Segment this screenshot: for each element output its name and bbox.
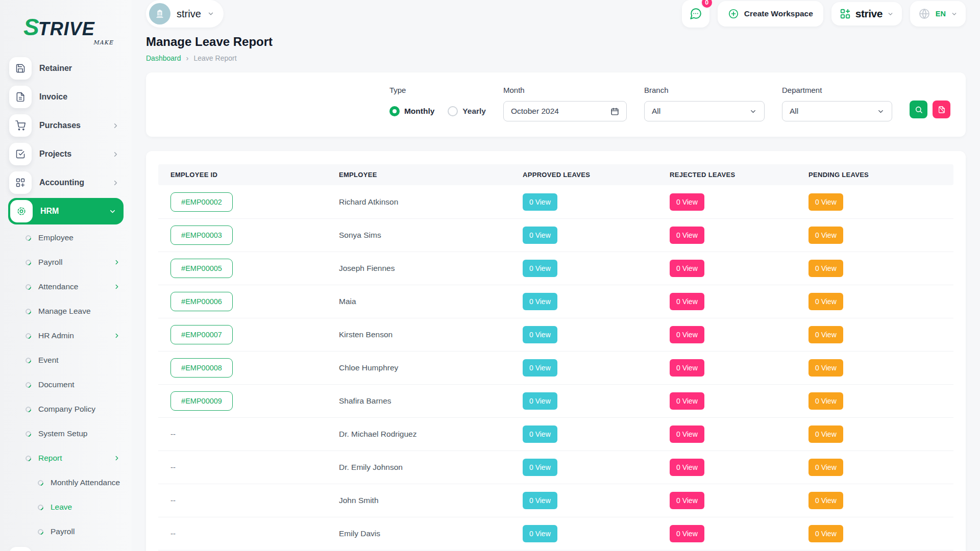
pending-leaves-view-badge[interactable]: 0 View [808,293,843,310]
sidebar-item-manage-leave[interactable]: Manage Leave [8,299,124,323]
table-row: -- Emily Davis 0 View 0 View 0 View [158,517,953,550]
pending-leaves-view-badge[interactable]: 0 View [808,459,843,476]
reset-button[interactable] [933,101,950,118]
pending-leaves-view-badge[interactable]: 0 View [808,525,843,542]
filter-buttons [910,101,950,121]
building-icon [154,8,165,19]
icon-tile [9,547,32,551]
sidebar-item-payroll[interactable]: Payroll [8,250,124,274]
pending-leaves-view-badge[interactable]: 0 View [808,359,843,377]
approved-leaves-view-badge[interactable]: 0 View [523,193,557,211]
chat-button[interactable]: 0 [682,0,709,28]
employee-id-button[interactable]: #EMP00008 [170,358,233,378]
type-monthly-label: Monthly [404,107,434,116]
sidebar-item-monthly-attendance[interactable]: Monthly Attendance [8,470,124,495]
employee-id-button[interactable]: #EMP00002 [170,192,233,212]
approved-leaves-view-badge[interactable]: 0 View [523,525,557,542]
employee-id-button[interactable]: #EMP00005 [170,259,233,278]
brand-menu[interactable]: strive [831,2,902,26]
sidebar-item-hr-admin[interactable]: HR Admin [8,323,124,348]
type-radio-monthly[interactable]: Monthly [389,106,434,116]
month-filter-group: Month October 2024 [503,86,627,121]
sidebar-item-document[interactable]: Document [8,372,124,397]
column-pending-leaves: PENDING LEAVES [796,164,953,185]
pending-leaves-view-badge[interactable]: 0 View [808,260,843,277]
approved-leaves-view-badge[interactable]: 0 View [523,459,557,476]
pending-leaves-view-badge[interactable]: 0 View [808,193,843,211]
branch-select[interactable]: All [644,101,765,121]
rejected-leaves-view-badge[interactable]: 0 View [670,260,704,277]
approved-leaves-view-badge[interactable]: 0 View [523,492,557,509]
rejected-leaves-view-badge[interactable]: 0 View [670,227,704,244]
employee-id-button[interactable]: #EMP00003 [170,226,233,245]
rejected-leaves-view-badge[interactable]: 0 View [670,525,704,542]
department-select[interactable]: All [782,101,892,121]
sidebar-item-projects[interactable]: Projects [8,140,124,168]
file-off-icon [938,106,946,114]
rejected-leaves-view-badge[interactable]: 0 View [670,492,704,509]
employee-id-button[interactable]: #EMP00009 [170,391,233,411]
sidebar-item-accounting[interactable]: Accounting [8,168,124,197]
sidebar-item-label: Payroll [51,527,75,536]
chevron-right-icon [112,151,119,158]
employee-id-button[interactable]: #EMP00007 [170,325,233,344]
sidebar-item-retainer[interactable]: Retainer [8,54,124,83]
approved-leaves-view-badge[interactable]: 0 View [523,425,557,443]
approved-leaves-view-badge[interactable]: 0 View [523,293,557,310]
rejected-leaves-view-badge[interactable]: 0 View [670,425,704,443]
type-label: Type [389,86,486,94]
approved-leaves-view-badge[interactable]: 0 View [523,326,557,343]
approved-leaves-view-badge[interactable]: 0 View [523,359,557,377]
pending-leaves-view-badge[interactable]: 0 View [808,326,843,343]
sidebar-item-report[interactable]: Report [8,446,124,470]
sidebar-item-company-policy[interactable]: Company Policy [8,397,124,421]
type-radio-yearly[interactable]: Yearly [448,106,486,116]
sidebar-item-invoice[interactable]: Invoice [8,83,124,111]
breadcrumb-dashboard-link[interactable]: Dashboard [146,54,181,62]
chat-badge: 0 [701,0,713,9]
sidebar-item-label: Payroll [38,258,62,267]
rejected-leaves-view-badge[interactable]: 0 View [670,293,704,310]
sidebar-item-system-setup[interactable]: System Setup [8,421,124,446]
pending-leaves-view-badge[interactable]: 0 View [808,492,843,509]
sidebar-item-payroll[interactable]: Payroll [8,519,124,544]
approved-leaves-view-badge[interactable]: 0 View [523,392,557,410]
rejected-leaves-view-badge[interactable]: 0 View [670,392,704,410]
globe-icon [918,8,930,20]
table-row: #EMP00008 Chloe Humphrey 0 View 0 View 0… [158,351,953,384]
pending-leaves-view-badge[interactable]: 0 View [808,425,843,443]
sidebar-item-employee[interactable]: Employee [8,226,124,250]
logo-s: S [23,14,38,40]
branch-label: Branch [644,86,765,94]
radio-selected-icon [389,106,400,116]
pending-leaves-view-badge[interactable]: 0 View [808,227,843,244]
sidebar-item-attendance[interactable]: Attendance [8,274,124,299]
chevron-right-icon [109,208,116,215]
approved-leaves-view-badge[interactable]: 0 View [523,227,557,244]
search-button[interactable] [910,101,927,118]
sidebar-item-pos[interactable]: POS [8,544,124,551]
create-workspace-button[interactable]: Create Workspace [718,1,823,27]
sidebar-item-event[interactable]: Event [8,348,124,372]
bullet-icon [24,405,33,413]
rejected-leaves-view-badge[interactable]: 0 View [670,359,704,377]
calendar-icon [610,107,619,116]
workspace-selector[interactable]: strive [146,0,224,28]
employee-name: Shafira Barnes [327,396,510,406]
language-selector[interactable]: EN [910,1,966,27]
month-value: October 2024 [511,107,559,116]
month-input[interactable]: October 2024 [503,101,627,121]
approved-leaves-view-badge[interactable]: 0 View [523,260,557,277]
employee-name: Sonya Sims [327,231,510,240]
sidebar-item-hrm[interactable]: HRM [8,198,124,224]
sidebar-item-purchases[interactable]: Purchases [8,111,124,140]
rejected-leaves-view-badge[interactable]: 0 View [670,193,704,211]
table-header-row: EMPLOYEE ID EMPLOYEE APPROVED LEAVES REJ… [158,164,953,185]
employee-id-button[interactable]: #EMP00006 [170,292,233,311]
pending-leaves-view-badge[interactable]: 0 View [808,392,843,410]
sidebar-item-leave[interactable]: Leave [8,495,124,519]
employee-name: Dr. Michael Rodriguez [327,430,510,439]
rejected-leaves-view-badge[interactable]: 0 View [670,326,704,343]
create-workspace-label: Create Workspace [744,9,813,18]
rejected-leaves-view-badge[interactable]: 0 View [670,459,704,476]
